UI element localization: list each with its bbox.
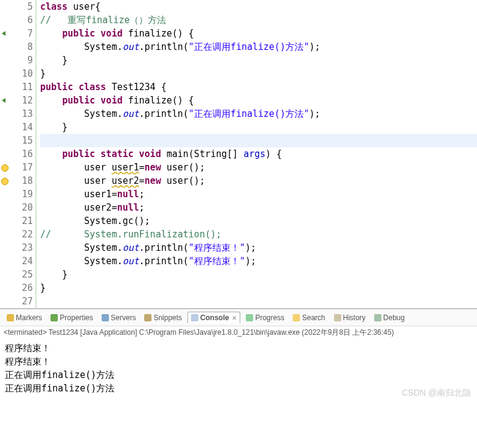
tab-label: History — [343, 313, 366, 322]
code-area[interactable]: class user{// 重写finalize（）方法 public void… — [35, 0, 477, 308]
tab-search[interactable]: Search — [290, 312, 328, 323]
line-number: 19 — [9, 187, 33, 201]
console-output[interactable]: 程序结束！程序结束！正在调用finalize()方法正在调用finalize()… — [0, 339, 477, 402]
line-number: 5 — [9, 0, 33, 13]
line-number: 21 — [9, 214, 33, 228]
snippets-icon — [144, 314, 151, 321]
code-line[interactable]: public static void main(String[] args) { — [40, 147, 477, 161]
marker-empty — [0, 54, 9, 67]
console-line: 正在调用finalize()方法 — [5, 368, 472, 382]
search-icon — [293, 314, 300, 321]
tab-snippets[interactable]: Snippets — [141, 312, 185, 323]
marker-empty — [0, 40, 9, 54]
tab-debug[interactable]: Debug — [371, 312, 408, 323]
marker-empty — [0, 214, 9, 228]
console-line: 程序结束！ — [5, 341, 472, 355]
marker-empty — [0, 67, 9, 80]
line-number: 8 — [9, 40, 33, 54]
marker-empty — [0, 134, 9, 147]
tab-label: Search — [302, 313, 325, 322]
marker-empty — [0, 268, 9, 281]
marker-column — [0, 0, 9, 308]
code-line[interactable]: // System.runFinalization(); — [40, 228, 477, 241]
code-line[interactable]: System.out.println("正在调用finalize()方法"); — [40, 107, 477, 121]
progress-icon — [246, 314, 253, 321]
marker-empty — [0, 147, 9, 161]
servers-icon — [102, 314, 109, 321]
line-number: 10 — [9, 67, 33, 80]
marker-empty — [0, 254, 9, 268]
console-icon — [191, 314, 198, 321]
bulb-marker[interactable] — [0, 161, 9, 174]
marker-empty — [0, 121, 9, 134]
line-number: 15 — [9, 134, 33, 147]
line-number: 23 — [9, 241, 33, 254]
line-number: 26 — [9, 281, 33, 295]
tab-properties[interactable]: Properties — [47, 312, 96, 323]
line-number-gutter: 5678910111213141516171819202122232425262… — [9, 0, 35, 308]
code-line[interactable]: // 重写finalize（）方法 — [40, 13, 477, 27]
line-number: 11 — [9, 80, 33, 94]
code-line[interactable]: System.gc(); — [40, 214, 477, 228]
code-line[interactable]: user2=null; — [40, 201, 477, 214]
console-line: 程序结束！ — [5, 355, 472, 368]
tab-console[interactable]: Console ✕ — [187, 312, 240, 323]
line-number: 20 — [9, 201, 33, 214]
code-line[interactable]: public class Test1234 { — [40, 80, 477, 94]
code-line[interactable] — [40, 134, 477, 147]
line-number: 24 — [9, 254, 33, 268]
tab-label: Markers — [16, 313, 42, 322]
code-line[interactable]: } — [40, 67, 477, 80]
history-icon — [334, 314, 341, 321]
marker-empty — [0, 107, 9, 121]
console-line: 正在调用finalize()方法 — [5, 382, 472, 395]
tab-markers[interactable]: Markers — [4, 312, 45, 323]
properties-icon — [50, 314, 58, 321]
line-number: 16 — [9, 147, 33, 161]
line-number: 14 — [9, 121, 33, 134]
tab-label: Progress — [255, 313, 284, 322]
line-number: 13 — [9, 107, 33, 121]
code-line[interactable]: public void finalize() { — [40, 94, 477, 107]
debug-icon — [374, 314, 381, 321]
code-line[interactable]: user user2=new user(); — [40, 174, 477, 187]
tab-progress[interactable]: Progress — [243, 312, 287, 323]
tab-label: Servers — [111, 313, 136, 322]
marker-empty — [0, 13, 9, 27]
marker-empty — [0, 281, 9, 295]
line-number: 25 — [9, 268, 33, 281]
tab-history[interactable]: History — [331, 312, 369, 323]
tab-label: Properties — [60, 313, 93, 322]
code-line[interactable]: } — [40, 54, 477, 67]
code-line[interactable]: user1=null; — [40, 187, 477, 201]
code-line[interactable]: public void finalize() { — [40, 27, 477, 40]
code-line[interactable]: user user1=new user(); — [40, 161, 477, 174]
code-line[interactable]: class user{ — [40, 0, 477, 13]
line-number: 9 — [9, 54, 33, 67]
code-line[interactable]: System.out.println("程序结束！"); — [40, 254, 477, 268]
code-line[interactable]: System.out.println("程序结束！"); — [40, 241, 477, 254]
marker-empty — [0, 187, 9, 201]
marker-empty — [0, 228, 9, 241]
code-line[interactable] — [40, 295, 477, 308]
code-line[interactable]: } — [40, 281, 477, 295]
code-line[interactable]: } — [40, 121, 477, 134]
tab-servers[interactable]: Servers — [99, 312, 139, 323]
code-editor[interactable]: 5678910111213141516171819202122232425262… — [0, 0, 477, 309]
tab-label: Console — [200, 313, 229, 322]
tri-green-marker[interactable] — [0, 27, 9, 40]
line-number: 22 — [9, 228, 33, 241]
views-tabbar: Markers Properties Servers Snippets Cons… — [0, 309, 477, 326]
bulb-marker[interactable] — [0, 174, 9, 187]
markers-icon — [7, 314, 14, 321]
close-icon[interactable]: ✕ — [232, 315, 237, 321]
tab-label: Snippets — [153, 313, 182, 322]
code-line[interactable]: } — [40, 268, 477, 281]
code-line[interactable]: System.out.println("正在调用finalize()方法"); — [40, 40, 477, 54]
tab-label: Debug — [383, 313, 405, 322]
line-number: 12 — [9, 94, 33, 107]
line-number: 18 — [9, 174, 33, 187]
tri-green-marker[interactable] — [0, 94, 9, 107]
line-number: 7 — [9, 27, 33, 40]
line-number: 27 — [9, 295, 33, 308]
